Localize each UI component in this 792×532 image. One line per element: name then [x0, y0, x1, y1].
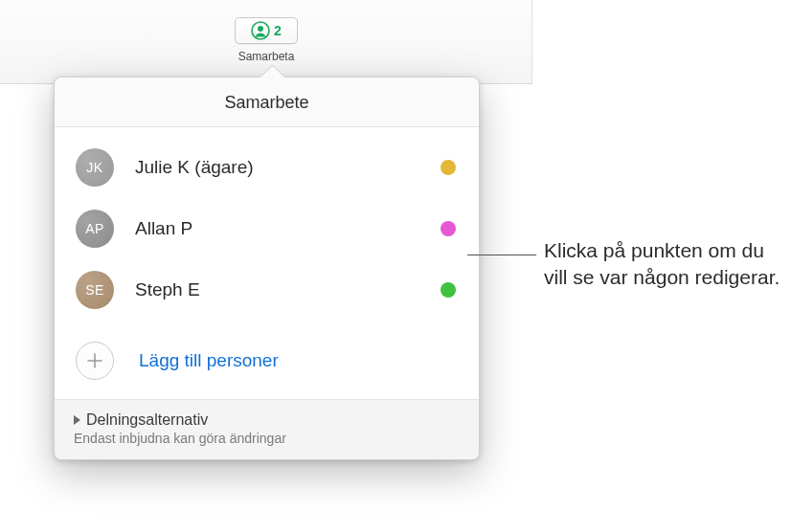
collaboration-popover: Samarbete JK Julie K (ägare) AP Allan P … — [54, 77, 480, 460]
sharing-options-subtitle: Endast inbjudna kan göra ändringar — [74, 431, 460, 446]
person-name: Julie K (ägare) — [135, 157, 441, 178]
person-circle-icon — [251, 21, 270, 40]
avatar: SE — [76, 271, 114, 309]
avatar: JK — [76, 148, 114, 187]
sharing-options-title: Delningsalternativ — [86, 411, 208, 429]
person-name: Allan P — [135, 218, 441, 239]
svg-point-1 — [258, 26, 263, 32]
status-dot[interactable] — [441, 221, 456, 236]
sharing-options[interactable]: Delningsalternativ Endast inbjudna kan g… — [55, 400, 479, 459]
callout-line — [467, 255, 536, 255]
collaborate-button[interactable]: 2 — [235, 17, 298, 44]
plus-icon — [76, 342, 114, 380]
collaborator-count: 2 — [274, 23, 282, 38]
popover-title: Samarbete — [55, 78, 479, 127]
status-dot[interactable] — [441, 282, 456, 298]
collaborate-button-label: Samarbeta — [232, 50, 301, 63]
people-list: JK Julie K (ägare) AP Allan P SE Steph E — [55, 127, 479, 326]
person-row[interactable]: SE Steph E — [55, 259, 479, 321]
disclosure-triangle-icon[interactable] — [74, 415, 80, 425]
avatar: AP — [76, 210, 114, 248]
person-row[interactable]: AP Allan P — [55, 198, 479, 259]
person-name: Steph E — [135, 279, 441, 300]
callout-text: Klicka på punkten om du vill se var någo… — [544, 237, 783, 292]
person-row[interactable]: JK Julie K (ägare) — [55, 137, 479, 198]
add-people-label: Lägg till personer — [139, 350, 279, 371]
status-dot[interactable] — [441, 160, 456, 175]
add-people-button[interactable]: Lägg till personer — [55, 326, 479, 400]
